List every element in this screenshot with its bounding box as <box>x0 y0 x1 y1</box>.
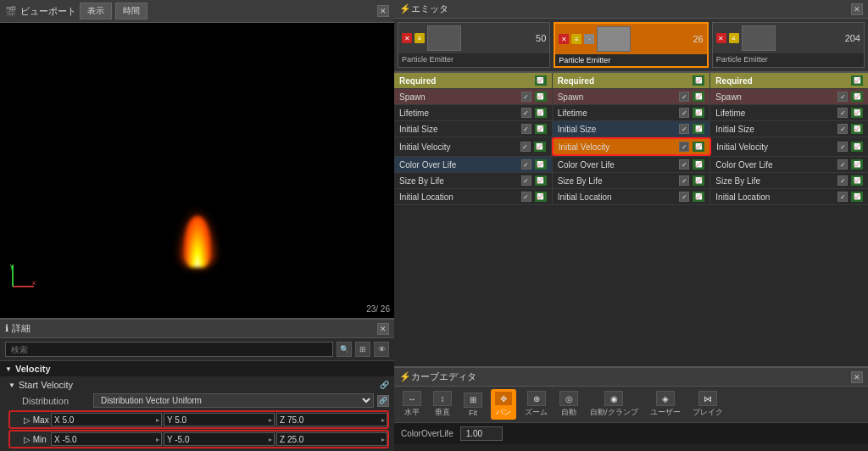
distribution-select[interactable]: Distribution Vector Uniform <box>93 393 374 408</box>
initial-velocity-check-2[interactable]: ✓ <box>679 142 689 152</box>
initial-location-check-3[interactable]: ✓ <box>837 192 848 202</box>
initial-location-graph-2[interactable]: 📈 <box>693 192 704 202</box>
eye-icon[interactable]: 👁 <box>374 342 389 357</box>
color-over-life-check-3[interactable]: ✓ <box>837 159 848 170</box>
max-label: ▷ Max <box>24 415 49 425</box>
color-over-life-check-1[interactable]: ✓ <box>521 159 531 170</box>
user-tool[interactable]: ◈ ユーザー <box>647 389 684 420</box>
emitter-count-2: 26 <box>693 34 703 44</box>
right-panel: ⚡ エミッタ ✕ ✕ ≡ 50 Particle Emitter ✕ ≡ · 2… <box>394 0 868 451</box>
initial-location-graph-1[interactable]: 📈 <box>535 192 547 202</box>
max-x-input[interactable] <box>52 415 154 426</box>
size-by-life-graph-2[interactable]: 📈 <box>693 175 704 186</box>
lifetime-graph-3[interactable]: 📈 <box>851 108 863 118</box>
emitter-card-1[interactable]: ✕ ≡ 50 Particle Emitter <box>398 22 550 68</box>
initial-size-graph-1[interactable]: 📈 <box>535 124 547 134</box>
size-by-life-check-2[interactable]: ✓ <box>679 175 689 186</box>
start-velocity-header: ▼ Start Velocity 🔗 <box>8 378 389 392</box>
fit-tool[interactable]: ⊞ Fit <box>460 391 486 419</box>
max-z-input[interactable] <box>277 415 380 426</box>
details-close-button[interactable]: ✕ <box>377 323 389 335</box>
initial-velocity-graph-3[interactable]: 📈 <box>851 142 863 152</box>
spawn-check-3[interactable]: ✓ <box>837 92 848 102</box>
search-input[interactable] <box>5 342 333 357</box>
curve-close-button[interactable]: ✕ <box>851 371 863 383</box>
lifetime-check-2[interactable]: ✓ <box>679 108 689 118</box>
lifetime-check-3[interactable]: ✓ <box>837 108 848 118</box>
min-z-input[interactable] <box>277 434 380 445</box>
start-velocity-section: ▼ Start Velocity 🔗 Distribution Distribu… <box>0 376 394 451</box>
search-icon[interactable]: 🔍 <box>337 342 352 357</box>
max-z-field[interactable]: ▸ <box>276 413 387 426</box>
initial-location-graph-3[interactable]: 📈 <box>851 192 863 202</box>
size-by-life-check-1[interactable]: ✓ <box>521 175 531 186</box>
initial-size-check-1[interactable]: ✓ <box>521 124 531 134</box>
required-graph-1[interactable]: 📈 <box>535 75 547 86</box>
emitter-dot-icon-2: · <box>584 34 594 44</box>
size-by-life-graph-3[interactable]: 📈 <box>851 175 863 186</box>
initial-velocity-cell-2[interactable]: Initial Velocity ✓ 📈 <box>552 137 712 156</box>
initial-size-check-2[interactable]: ✓ <box>679 124 689 134</box>
color-over-life-graph-3[interactable]: 📈 <box>851 159 863 170</box>
color-over-life-cell-2: Color Over Life ✓ 📈 <box>553 157 711 172</box>
size-by-life-check-3[interactable]: ✓ <box>837 175 848 186</box>
spawn-graph-2[interactable]: 📈 <box>693 92 704 102</box>
size-by-life-label-1: Size By Life <box>399 176 518 186</box>
emitter-card-1-header: ✕ ≡ 50 <box>398 23 549 53</box>
initial-size-graph-3[interactable]: 📈 <box>851 124 863 134</box>
lifetime-graph-2[interactable]: 📈 <box>693 108 704 118</box>
pan-tool[interactable]: ✥ パン <box>491 389 516 420</box>
initial-size-graph-2[interactable]: 📈 <box>693 124 704 134</box>
module-header-row: Required 📈 Required 📈 Required 📈 <box>394 73 868 89</box>
required-header-3: Required 📈 <box>710 73 868 88</box>
spawn-graph-3[interactable]: 📈 <box>851 92 863 102</box>
color-over-life-graph-2[interactable]: 📈 <box>693 159 704 170</box>
initial-location-check-1[interactable]: ✓ <box>521 192 531 202</box>
min-y-field[interactable]: ▸ <box>164 432 275 446</box>
initial-location-row: Initial Location ✓ 📈 Initial Location ✓ … <box>394 189 868 205</box>
time-button[interactable]: 時間 <box>115 3 147 19</box>
break-tool[interactable]: ⋈ ブレイク <box>689 389 726 420</box>
auto-tool[interactable]: ◎ 自動 <box>556 389 581 420</box>
min-x-input[interactable] <box>52 434 154 445</box>
emitter-card-2[interactable]: ✕ ≡ · 26 Particle Emitter <box>554 22 708 68</box>
horizontal-tool[interactable]: ↔ 水平 <box>399 389 425 420</box>
min-z-field[interactable]: ▸ <box>276 432 387 446</box>
grid-icon[interactable]: ⊞ <box>355 342 370 357</box>
auto-clamp-tool[interactable]: ◉ 自動/クランプ <box>587 389 642 420</box>
emitter-card-3[interactable]: ✕ ≡ 204 Particle Emitter <box>712 22 865 68</box>
zoom-tool[interactable]: ⊕ ズーム <box>521 389 551 420</box>
initial-size-cell-2: Initial Size ✓ 📈 <box>553 121 711 136</box>
show-button[interactable]: 表示 <box>80 3 112 19</box>
min-x-field[interactable]: ▸ <box>51 432 162 446</box>
spawn-check-2[interactable]: ✓ <box>679 92 689 102</box>
dist-link-icon[interactable]: 🔗 <box>377 395 389 407</box>
max-y-field[interactable]: ▸ <box>164 413 275 426</box>
spawn-graph-1[interactable]: 📈 <box>535 92 547 102</box>
initial-velocity-check-3[interactable]: ✓ <box>837 142 848 152</box>
min-y-input[interactable] <box>164 434 267 445</box>
curve-value-input[interactable] <box>460 426 503 441</box>
max-y-arrow: ▸ <box>267 416 274 424</box>
color-over-life-check-2[interactable]: ✓ <box>679 159 689 170</box>
required-label-1: Required <box>399 76 436 86</box>
collapse-icon[interactable]: ▼ <box>8 381 15 389</box>
initial-velocity-graph-2[interactable]: 📈 <box>693 142 704 152</box>
viewport-close-button[interactable]: ✕ <box>377 5 389 17</box>
initial-size-check-3[interactable]: ✓ <box>837 124 848 134</box>
required-graph-2[interactable]: 📈 <box>693 75 704 86</box>
required-graph-3[interactable]: 📈 <box>851 75 863 86</box>
initial-location-check-2[interactable]: ✓ <box>679 192 689 202</box>
initial-velocity-check-1[interactable]: ✓ <box>520 142 531 152</box>
initial-size-cell-3: Initial Size ✓ 📈 <box>710 121 868 136</box>
initial-velocity-graph-1[interactable]: 📈 <box>534 142 546 152</box>
max-y-input[interactable] <box>164 415 267 426</box>
lifetime-check-1[interactable]: ✓ <box>521 108 531 118</box>
lifetime-graph-1[interactable]: 📈 <box>535 108 547 118</box>
spawn-check-1[interactable]: ✓ <box>521 92 531 102</box>
size-by-life-graph-1[interactable]: 📈 <box>535 175 547 186</box>
color-over-life-graph-1[interactable]: 📈 <box>535 159 547 170</box>
vertical-tool[interactable]: ↕ 垂直 <box>430 389 455 420</box>
max-x-field[interactable]: ▸ <box>51 413 162 426</box>
emitter-close-button[interactable]: ✕ <box>851 3 863 15</box>
